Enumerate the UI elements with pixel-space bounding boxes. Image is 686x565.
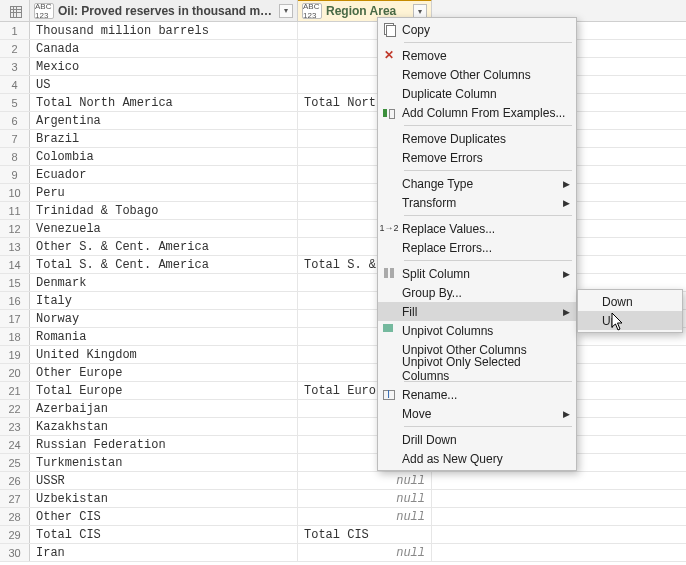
row-number[interactable]: 18 xyxy=(0,328,30,345)
table-row[interactable]: 28Other CISnull xyxy=(0,508,686,526)
cell-col1[interactable]: Ecuador xyxy=(30,166,298,183)
table-row[interactable]: 25Turkmenistannull xyxy=(0,454,686,472)
cell-col1[interactable]: Norway xyxy=(30,310,298,327)
cell-col1[interactable]: Iran xyxy=(30,544,298,561)
menu-add-column-from-examples[interactable]: Add Column From Examples... xyxy=(378,103,576,122)
row-number[interactable]: 2 xyxy=(0,40,30,57)
menu-duplicate-column[interactable]: Duplicate Column xyxy=(378,84,576,103)
row-number[interactable]: 30 xyxy=(0,544,30,561)
table-row[interactable]: 23Kazakhstan xyxy=(0,418,686,436)
row-number[interactable]: 7 xyxy=(0,130,30,147)
row-number[interactable]: 17 xyxy=(0,310,30,327)
menu-remove[interactable]: ✕ Remove xyxy=(378,46,576,65)
menu-drill-down[interactable]: Drill Down xyxy=(378,430,576,449)
column-header-oil-reserves[interactable]: ABC 123 Oil: Proved reserves in thousand… xyxy=(30,0,298,21)
menu-copy[interactable]: Copy xyxy=(378,20,576,39)
cell-col1[interactable]: Total S. & Cent. America xyxy=(30,256,298,273)
table-row[interactable]: 11Trinidad & Tobago xyxy=(0,202,686,220)
table-row[interactable]: 9Ecuador xyxy=(0,166,686,184)
menu-split-column[interactable]: Split Column ▶ xyxy=(378,264,576,283)
cell-col1[interactable]: Trinidad & Tobago xyxy=(30,202,298,219)
table-row[interactable]: 24Russian Federation xyxy=(0,436,686,454)
row-number[interactable]: 3 xyxy=(0,58,30,75)
table-row[interactable]: 21Total EuropeTotal Europe xyxy=(0,382,686,400)
table-row[interactable]: 10Peru xyxy=(0,184,686,202)
filter-dropdown-icon[interactable]: ▾ xyxy=(279,4,293,18)
table-row[interactable]: 30Irannull xyxy=(0,544,686,562)
cell-col1[interactable]: Colombia xyxy=(30,148,298,165)
row-number[interactable]: 22 xyxy=(0,400,30,417)
cell-col1[interactable]: Canada xyxy=(30,40,298,57)
table-row[interactable]: 19United Kingdom xyxy=(0,346,686,364)
cell-col1[interactable]: Brazil xyxy=(30,130,298,147)
cell-col1[interactable]: Argentina xyxy=(30,112,298,129)
row-number[interactable]: 25 xyxy=(0,454,30,471)
table-row[interactable]: 13Other S. & Cent. America xyxy=(0,238,686,256)
row-number[interactable]: 24 xyxy=(0,436,30,453)
row-number[interactable]: 8 xyxy=(0,148,30,165)
row-number[interactable]: 9 xyxy=(0,166,30,183)
menu-remove-errors[interactable]: Remove Errors xyxy=(378,148,576,167)
cell-col1[interactable]: Total CIS xyxy=(30,526,298,543)
cell-col1[interactable]: Other S. & Cent. America xyxy=(30,238,298,255)
table-row[interactable]: 3Mexico xyxy=(0,58,686,76)
cell-col1[interactable]: Venezuela xyxy=(30,220,298,237)
cell-col1[interactable]: Denmark xyxy=(30,274,298,291)
table-row[interactable]: 14Total S. & Cent. AmericaTotal S. & C xyxy=(0,256,686,274)
cell-col2[interactable]: null xyxy=(298,472,432,489)
menu-remove-other-columns[interactable]: Remove Other Columns xyxy=(378,65,576,84)
menu-transform[interactable]: Transform ▶ xyxy=(378,193,576,212)
menu-move[interactable]: Move ▶ xyxy=(378,404,576,423)
cell-col1[interactable]: US xyxy=(30,76,298,93)
row-number[interactable]: 13 xyxy=(0,238,30,255)
cell-col2[interactable]: null xyxy=(298,544,432,561)
table-row[interactable]: 5Total North AmericaTotal North xyxy=(0,94,686,112)
cell-col1[interactable]: Peru xyxy=(30,184,298,201)
menu-unpivot-columns[interactable]: Unpivot Columns xyxy=(378,321,576,340)
table-row[interactable]: 22Azerbaijan xyxy=(0,400,686,418)
table-row[interactable]: 27Uzbekistannull xyxy=(0,490,686,508)
menu-unpivot-only-selected[interactable]: Unpivot Only Selected Columns xyxy=(378,359,576,378)
row-number[interactable]: 4 xyxy=(0,76,30,93)
row-number[interactable]: 11 xyxy=(0,202,30,219)
filter-dropdown-icon[interactable]: ▾ xyxy=(413,4,427,18)
row-number[interactable]: 15 xyxy=(0,274,30,291)
table-row[interactable]: 20Other Europe xyxy=(0,364,686,382)
row-number[interactable]: 28 xyxy=(0,508,30,525)
row-number[interactable]: 6 xyxy=(0,112,30,129)
menu-rename[interactable]: Rename... xyxy=(378,385,576,404)
row-number[interactable]: 1 xyxy=(0,22,30,39)
submenu-fill-up[interactable]: Up xyxy=(578,311,682,330)
cell-col2[interactable]: null xyxy=(298,508,432,525)
table-row[interactable]: 7Brazil xyxy=(0,130,686,148)
menu-replace-values[interactable]: 1→2 Replace Values... xyxy=(378,219,576,238)
table-row[interactable]: 2Canada xyxy=(0,40,686,58)
cell-col1[interactable]: Mexico xyxy=(30,58,298,75)
row-number[interactable]: 5 xyxy=(0,94,30,111)
table-row[interactable]: 6Argentina xyxy=(0,112,686,130)
menu-group-by[interactable]: Group By... xyxy=(378,283,576,302)
cell-col1[interactable]: Turkmenistan xyxy=(30,454,298,471)
row-number[interactable]: 23 xyxy=(0,418,30,435)
table-row[interactable]: 12Venezuela xyxy=(0,220,686,238)
cell-col1[interactable]: Thousand million barrels xyxy=(30,22,298,39)
cell-col1[interactable]: Azerbaijan xyxy=(30,400,298,417)
table-row[interactable]: 26USSRnull xyxy=(0,472,686,490)
cell-col1[interactable]: Other Europe xyxy=(30,364,298,381)
table-row[interactable]: 8Colombia xyxy=(0,148,686,166)
cell-col1[interactable]: Romania xyxy=(30,328,298,345)
row-number[interactable]: 16 xyxy=(0,292,30,309)
table-row[interactable]: 1Thousand million barrels xyxy=(0,22,686,40)
menu-change-type[interactable]: Change Type ▶ xyxy=(378,174,576,193)
cell-col1[interactable]: Total North America xyxy=(30,94,298,111)
select-all-corner[interactable] xyxy=(0,0,30,21)
cell-col2[interactable]: null xyxy=(298,490,432,507)
row-number[interactable]: 20 xyxy=(0,364,30,381)
row-number[interactable]: 27 xyxy=(0,490,30,507)
cell-col1[interactable]: Kazakhstan xyxy=(30,418,298,435)
row-number[interactable]: 21 xyxy=(0,382,30,399)
cell-col1[interactable]: Russian Federation xyxy=(30,436,298,453)
menu-remove-duplicates[interactable]: Remove Duplicates xyxy=(378,129,576,148)
submenu-fill-down[interactable]: Down xyxy=(578,292,682,311)
table-row[interactable]: 29Total CISTotal CIS xyxy=(0,526,686,544)
